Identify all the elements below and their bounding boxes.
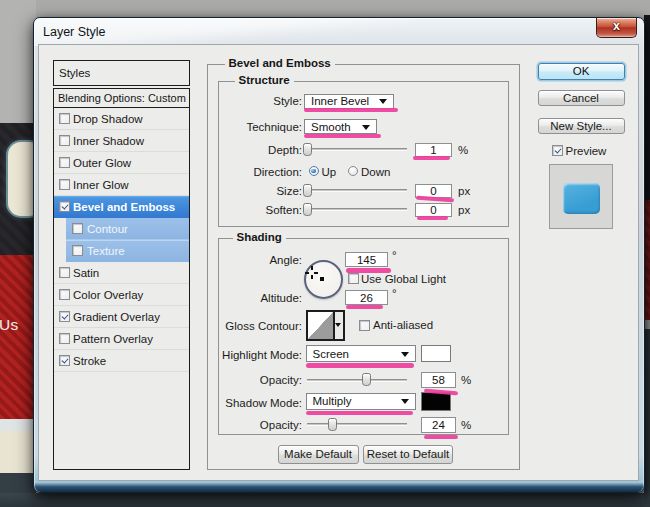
style-label: Style:: [182, 95, 302, 107]
style-item-inner-glow[interactable]: Inner Glow: [54, 174, 189, 196]
sub-row-shade: [66, 240, 190, 262]
preview-thumbnail: [549, 164, 613, 229]
highlight-opacity-label: Opacity:: [182, 374, 302, 386]
direction-up-radio[interactable]: [309, 166, 319, 176]
style-item-label: Bevel and Emboss: [73, 201, 175, 213]
bevel-emboss-title: Bevel and Emboss: [225, 57, 335, 69]
direction-down-label[interactable]: Down: [361, 166, 390, 178]
angle-label: Angle:: [182, 254, 302, 266]
use-global-light-checkbox[interactable]: [348, 273, 359, 284]
size-unit: px: [458, 185, 470, 197]
altitude-unit: °: [392, 287, 397, 299]
soften-input[interactable]: 0: [415, 203, 452, 217]
anti-aliased-label[interactable]: Anti-aliased: [373, 319, 433, 331]
style-dropdown[interactable]: Inner Bevel: [304, 94, 394, 109]
angle-input[interactable]: 145: [345, 252, 388, 267]
shadow-opacity-input[interactable]: 24: [421, 417, 456, 433]
preview-label[interactable]: Preview: [566, 145, 607, 157]
checkbox-contour[interactable]: [72, 223, 83, 234]
altitude-input[interactable]: 26: [345, 290, 388, 305]
checkbox-gradient-overlay[interactable]: [59, 311, 70, 322]
checkbox-satin[interactable]: [59, 267, 70, 278]
page-bg-red-banner: Us: [0, 255, 36, 419]
checkbox-color-overlay[interactable]: [59, 289, 70, 300]
depth-slider-track[interactable]: [304, 148, 407, 151]
size-slider-track[interactable]: [304, 189, 407, 192]
style-item-label: Pattern Overlay: [73, 333, 153, 345]
direction-down-radio[interactable]: [348, 166, 358, 176]
checkbox-pattern-overlay[interactable]: [59, 333, 70, 344]
checkbox-bevel-and-emboss[interactable]: [59, 201, 70, 212]
highlight-opacity-thumb[interactable]: [362, 373, 371, 386]
style-item-label: Satin: [73, 267, 99, 279]
style-item-label: Outer Glow: [73, 157, 131, 169]
style-item-satin[interactable]: Satin: [54, 262, 189, 284]
checkbox-outer-glow[interactable]: [59, 157, 70, 168]
style-item-stroke[interactable]: Stroke: [54, 350, 189, 372]
soften-slider-track[interactable]: [304, 208, 407, 211]
close-button[interactable]: x: [596, 18, 637, 38]
make-default-button[interactable]: Make Default: [278, 445, 359, 464]
gloss-contour-arrow-button[interactable]: [333, 312, 343, 340]
direction-up-label[interactable]: Up: [322, 166, 337, 178]
depth-input[interactable]: 1: [415, 143, 452, 157]
highlight-color-swatch[interactable]: [421, 345, 451, 362]
use-global-light-label[interactable]: Use Global Light: [361, 273, 446, 285]
blending-options-item[interactable]: Blending Options: Custom: [53, 88, 190, 108]
style-item-label: Drop Shadow: [73, 113, 143, 125]
shadow-opacity-label: Opacity:: [182, 419, 302, 431]
gloss-contour-label: Gloss Contour:: [182, 320, 302, 332]
checkbox-stroke[interactable]: [59, 355, 70, 366]
checkbox-inner-glow[interactable]: [59, 179, 70, 190]
gloss-contour-thumbnail: [308, 312, 333, 340]
checkbox-inner-shadow[interactable]: [59, 135, 70, 146]
size-slider-thumb[interactable]: [303, 184, 312, 197]
highlight-opacity-track[interactable]: [307, 379, 407, 382]
style-item-color-overlay[interactable]: Color Overlay: [54, 284, 189, 306]
angle-dial-dot: [320, 277, 324, 281]
highlight-opacity-input[interactable]: 58: [421, 372, 456, 388]
preview-layer-square: [563, 183, 600, 214]
direction-label: Direction:: [182, 166, 302, 178]
dialog-title: Layer Style: [43, 25, 106, 39]
checkbox-texture[interactable]: [72, 245, 83, 256]
page-bg-bottom: [0, 493, 650, 507]
shadow-mode-dropdown[interactable]: Multiply: [306, 393, 417, 410]
shadow-opacity-thumb[interactable]: [328, 418, 337, 431]
ok-button[interactable]: OK: [538, 63, 625, 80]
styles-panel-header: Styles: [53, 60, 190, 86]
style-item-pattern-overlay[interactable]: Pattern Overlay: [54, 328, 189, 350]
dialog-titlebar[interactable]: Layer Style: [34, 18, 644, 46]
shadow-opacity-track[interactable]: [307, 423, 407, 426]
preview-checkbox[interactable]: [552, 145, 563, 156]
dropdown-arrow-icon: [379, 99, 387, 104]
shadow-mode-label: Shadow Mode:: [182, 397, 302, 409]
soften-slider-thumb[interactable]: [303, 203, 312, 216]
highlight-mode-value: Screen: [313, 348, 349, 360]
soften-unit: px: [458, 204, 470, 216]
highlight-mode-dropdown[interactable]: Screen: [306, 345, 417, 362]
anti-aliased-checkbox[interactable]: [359, 320, 370, 331]
new-style-button[interactable]: New Style...: [538, 118, 625, 134]
annotation-underline-technique: [304, 134, 381, 138]
style-item-drop-shadow[interactable]: Drop Shadow: [54, 108, 189, 130]
style-item-inner-shadow[interactable]: Inner Shadow: [54, 130, 189, 152]
technique-dropdown[interactable]: Smooth: [304, 119, 377, 134]
style-item-bevel-and-emboss[interactable]: Bevel and Emboss: [54, 196, 189, 218]
style-item-label: Gradient Overlay: [73, 311, 160, 323]
technique-dropdown-value: Smooth: [311, 121, 351, 133]
gloss-contour-picker[interactable]: [306, 310, 345, 342]
reset-to-default-button[interactable]: Reset to Default: [363, 445, 453, 464]
highlight-opacity-unit: %: [461, 374, 471, 386]
style-item-texture[interactable]: Texture: [54, 240, 189, 262]
shadow-mode-value: Multiply: [313, 395, 352, 407]
style-item-gradient-overlay[interactable]: Gradient Overlay: [54, 306, 189, 328]
depth-slider-thumb[interactable]: [303, 143, 312, 156]
dropdown-arrow-icon: [401, 399, 409, 404]
checkbox-drop-shadow[interactable]: [59, 113, 70, 124]
annotation-underline-shadow-mode: [306, 411, 414, 416]
style-item-contour[interactable]: Contour: [54, 218, 189, 240]
cancel-button[interactable]: Cancel: [538, 90, 625, 106]
style-item-label: Contour: [87, 223, 128, 235]
style-item-outer-glow[interactable]: Outer Glow: [54, 152, 189, 174]
